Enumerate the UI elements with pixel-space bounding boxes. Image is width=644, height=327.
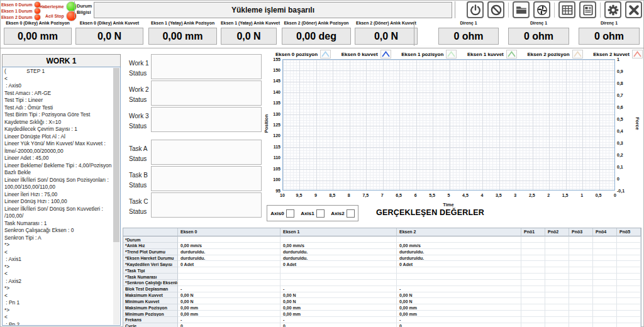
results-row-label: Maksimum Kuvvet [123,292,178,299]
y-tick-left: 150 [267,68,280,72]
readout-label: Direnç 1 [508,21,569,27]
results-cell: 0,00 N [178,298,280,304]
results-cell [569,249,593,255]
axis-toggle-checkbox[interactable] [316,209,325,218]
work-scrollbar-thumb[interactable] [113,68,119,242]
legend-label: Eksen 1 kuvvet [467,52,504,57]
results-cell [521,323,545,327]
legend-label: Eksen 0 pozisyon [275,52,318,57]
status-panel-box [151,192,262,218]
results-cell: 0 Adet [178,261,280,267]
axis-toggle-checkbox[interactable] [286,209,294,218]
y-tick-left: 115 [267,145,280,149]
readout-label: Eksen 2 (Döner) Anlık Kuvvet [355,21,418,27]
x-tick: 1,5 [558,193,573,197]
results-cell: 0,00 mm/s [280,243,397,249]
results-cell [617,323,641,327]
results-col-header: Eksen 2 [397,228,521,236]
results-cell: 0 [178,323,280,327]
table-button[interactable] [558,1,575,18]
work-script-area[interactable]: ( STEP 1 < : Axis0 Test Amacı : AR-GE Te… [2,67,121,326]
readout-divider [414,21,414,46]
x-tick: 6,5 [391,193,406,197]
results-cell [280,280,397,286]
results-col-header: Pnö5 [617,228,641,236]
pie-chart-button[interactable] [533,1,550,18]
results-cell [593,249,617,255]
results-cell [178,274,280,280]
axis-toggle-axis2[interactable]: Axis2 [331,209,354,218]
results-cell [569,236,593,243]
x-tick: 9,5 [291,193,306,197]
results-cell: 0,00 mm [178,311,280,317]
legend-label: Eksen 2 kuvvet [593,52,630,57]
results-cell [593,274,617,280]
axis-toggle-axis0[interactable]: Axis0 [270,209,294,218]
axis-toggle-axis1[interactable]: Axis1 [301,209,324,218]
folder-button[interactable] [513,1,530,18]
gear-button[interactable] [604,1,621,18]
legend-item: Eksen 1 pozisyon [401,50,457,58]
power-button[interactable] [467,1,484,18]
results-cell [521,255,545,262]
results-cell [545,274,569,280]
results-cell: 0,00 mm/s [397,243,521,249]
table-icon [561,4,574,16]
block-button[interactable] [487,1,504,18]
results-cell [569,323,593,327]
results-cell [593,236,617,243]
results-cell [521,311,545,317]
x-tick: 10 [275,193,290,197]
results-cell [593,267,617,274]
x-tick: 5,5 [425,193,440,197]
results-cell [593,243,617,249]
results-cell: - [280,286,397,292]
readout-label: Direnç 1 [438,21,499,27]
readout-value: 0 ohm [508,28,569,45]
results-cell [569,292,593,299]
main-separator [0,48,644,48]
results-cell [521,267,545,274]
results-cell [545,298,569,304]
results-cell [593,261,617,267]
results-cell: - [178,286,280,292]
topbar-divider [74,1,75,18]
results-cell: 0 Adet [280,261,397,267]
results-cell [545,304,569,311]
results-row-label: Cycle [123,323,178,327]
results-cell: - [397,286,521,292]
results-cell [521,304,545,311]
results-cell [593,311,617,317]
results-cell [521,298,545,304]
legend-label: Eksen 2 pozisyon [527,52,569,57]
results-cell: durduruldu. [397,249,521,255]
status-panel-box [151,54,262,79]
results-cell: 0,00 N [397,298,521,304]
results-cell [545,311,569,317]
status-panel-box [151,166,262,191]
results-cell [545,249,569,255]
results-cell [617,243,641,249]
report-button[interactable] [579,1,596,18]
axis-led-group: Eksen 0 DurumEksen 1 DurumEksen 2 Durum [1,2,41,20]
results-cell [617,236,641,243]
readout-cell: Direnç 10 ohm [579,21,640,45]
results-cell [569,304,593,311]
results-cell [617,292,641,299]
legend-label: Eksen 1 pozisyon [401,52,443,57]
block-icon [490,4,502,16]
axis-toggle-checkbox[interactable] [347,209,355,218]
readout-cell: Eksen 0 (Dikey) Anlık Kuvvet0,0 N [75,21,143,45]
results-cell [617,311,641,317]
readout-value: 0 ohm [579,28,640,45]
y-tick-right: 0,5 [617,117,632,121]
results-row-label: Blok Test Deplasman [123,286,178,292]
results-cell [521,249,545,255]
results-cell [617,249,641,255]
chart-legend: Eksen 0 pozisyonEksen 0 kuvvetEksen 1 po… [275,50,643,58]
results-cell [280,236,397,243]
work-scrollbar[interactable] [113,68,119,324]
close-button[interactable] [625,1,642,18]
readout-cell: Eksen 0 (Dikey) Anlık Pozisyon0,00 mm [4,21,72,45]
x-tick: 3,5 [491,193,506,197]
